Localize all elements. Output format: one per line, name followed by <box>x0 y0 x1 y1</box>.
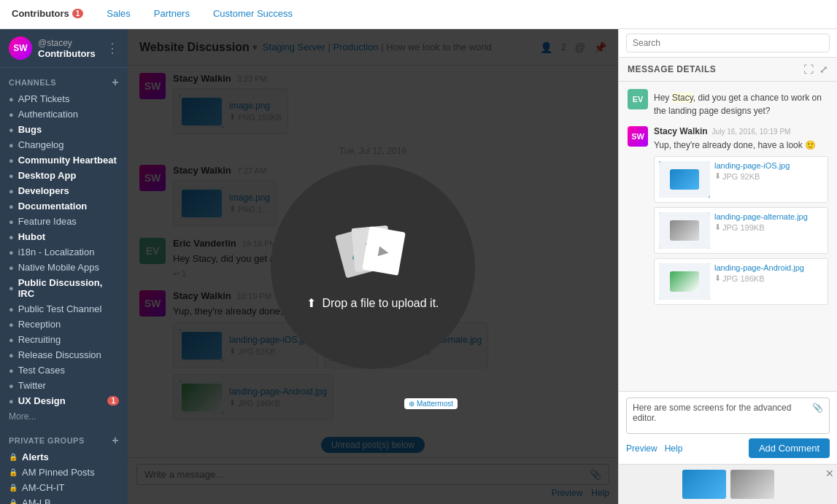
channel-area: Website Discussion ▾ Staging Server | Pr… <box>128 29 618 504</box>
globe-icon: ● <box>9 171 14 180</box>
right-panel-header: MESSAGE DETAILS ⛶ ⤢ <box>619 58 837 82</box>
rp-message-input[interactable]: Here are some screens for the advanced e… <box>626 398 830 434</box>
sidebar-menu-button[interactable]: ⋮ <box>106 40 119 56</box>
sidebar-item-feature-ideas[interactable]: ● Feature Ideas <box>0 214 128 229</box>
sidebar-item-documentation[interactable]: ● Documentation <box>0 198 128 214</box>
sidebar-item-alerts[interactable]: 🔒 Alerts <box>0 449 128 465</box>
globe-icon: ● <box>9 336 14 344</box>
rp-bottom-preview: ✕ <box>619 464 837 504</box>
rp-attachment-name[interactable]: landing-page-Android.jpg <box>714 263 804 272</box>
expand-icon[interactable]: ⛶ <box>803 63 814 75</box>
sidebar-item-release-discussion[interactable]: ● Release Discussion <box>0 347 128 363</box>
tab-contributors[interactable]: Contributors 1 <box>0 0 95 28</box>
channels-more-link[interactable]: More... <box>0 408 128 424</box>
rp-attachments: landing-page-iOS.jpg ⬇JPG 92KB <box>654 156 828 305</box>
avatar: EV <box>628 89 648 109</box>
sidebar-item-reception[interactable]: ● Reception <box>0 317 128 332</box>
sidebar-item-hubot[interactable]: ● Hubot <box>0 229 128 244</box>
sidebar-item-authentication[interactable]: ● Authentication <box>0 106 128 122</box>
rp-attachment-thumbnail <box>659 161 710 198</box>
search-input[interactable] <box>626 34 830 53</box>
add-comment-button[interactable]: Add Comment <box>749 438 830 458</box>
rp-help-link[interactable]: Help <box>665 443 683 454</box>
shrink-icon[interactable]: ⤢ <box>819 63 828 75</box>
sidebar: SW @stacey Contributors ⋮ CHANNELS + ● A… <box>0 29 128 504</box>
sidebar-item-public-test[interactable]: ● Public Test Channel <box>0 301 128 317</box>
rp-attachment-item: landing-page-alternate.jpg ⬇JPG 199KB <box>654 207 828 254</box>
globe-icon: ● <box>9 397 14 406</box>
globe-icon: ● <box>9 125 14 134</box>
contributors-badge: 1 <box>72 9 84 18</box>
sidebar-item-apr-tickets[interactable]: ● APR Tickets <box>0 91 128 106</box>
sidebar-user-section: SW @stacey Contributors ⋮ <box>0 29 128 68</box>
private-groups-header: PRIVATE GROUPS + <box>0 432 128 449</box>
lock-icon: 🔒 <box>9 499 18 504</box>
sidebar-item-ux-design[interactable]: ● UX Design 1 <box>0 393 128 408</box>
drop-files-icon: 🔊 🖼 ▶ <box>340 223 406 282</box>
tab-customer-success[interactable]: Customer Success <box>201 0 304 28</box>
rp-attachment-item: landing-page-Android.jpg ⬇JPG 186KB <box>654 258 828 305</box>
add-channel-button[interactable]: + <box>112 77 119 88</box>
preview-thumb-1 <box>682 470 726 499</box>
globe-icon: ● <box>9 284 14 292</box>
sidebar-item-twitter[interactable]: ● Twitter <box>0 378 128 393</box>
right-panel-icons: ⛶ ⤢ <box>803 63 828 75</box>
private-groups-section: PRIVATE GROUPS + 🔒 Alerts 🔒 AM Pinned Po… <box>0 426 128 504</box>
channels-header: CHANNELS + <box>0 74 128 91</box>
rp-attachment-name[interactable]: landing-page-alternate.jpg <box>714 212 808 221</box>
tab-contributors-label: Contributors <box>12 8 69 19</box>
avatar: SW <box>628 126 648 147</box>
rp-attachment-name[interactable]: landing-page-iOS.jpg <box>714 161 790 170</box>
sidebar-item-test-cases[interactable]: ● Test Cases <box>0 363 128 378</box>
mattermost-badge: ⊕Mattermost <box>404 398 458 409</box>
upload-icon: ⬆ <box>306 296 316 310</box>
sidebar-item-am-lb[interactable]: 🔒 AM-LB <box>0 495 128 504</box>
sidebar-item-am-ch-it[interactable]: 🔒 AM-CH-IT <box>0 480 128 495</box>
sidebar-item-am-pinned-posts[interactable]: 🔒 AM Pinned Posts <box>0 465 128 480</box>
globe-icon: ● <box>9 320 14 329</box>
rp-attachment-size: ⬇JPG 199KB <box>714 222 808 232</box>
file-icon-front: ▶ <box>362 226 406 276</box>
globe-icon: ● <box>9 141 14 150</box>
globe-icon: ● <box>9 248 14 257</box>
sidebar-team: Contributors <box>38 48 106 59</box>
rp-preview-link[interactable]: Preview <box>626 443 657 454</box>
sidebar-item-developers[interactable]: ● Developers <box>0 183 128 198</box>
sidebar-item-changelog[interactable]: ● Changelog <box>0 137 128 152</box>
sidebar-item-i18n[interactable]: ● i18n - Localization <box>0 244 128 260</box>
globe-icon: ● <box>9 233 14 241</box>
rp-attachment-item: landing-page-iOS.jpg ⬇JPG 92KB <box>654 156 828 203</box>
tab-sales[interactable]: Sales <box>95 0 142 28</box>
add-private-group-button[interactable]: + <box>112 435 119 446</box>
rp-message-text: Yup, they're already done, have a look 🙂 <box>654 139 828 152</box>
sidebar-item-recruiting[interactable]: ● Recruiting <box>0 332 128 347</box>
rp-message: EV Hey Stacy, did you get a chance to wo… <box>628 89 828 117</box>
rp-attachment-icon[interactable]: 📎 <box>812 403 823 413</box>
drop-circle: 🔊 🖼 ▶ ⬆ Drop a file to upload it. <box>271 165 475 369</box>
top-navigation: Contributors 1 Sales Partners Customer S… <box>0 0 837 29</box>
globe-icon: ● <box>9 187 14 195</box>
avatar: SW <box>9 36 32 60</box>
lock-icon: 🔒 <box>9 453 18 461</box>
tab-partners[interactable]: Partners <box>142 0 201 28</box>
globe-icon: ● <box>9 95 14 104</box>
sidebar-item-desktop-app[interactable]: ● Desktop App <box>0 168 128 183</box>
sidebar-item-bugs[interactable]: ● Bugs <box>0 122 128 137</box>
rp-reply-message: SW Stacy Walkin July 16, 2016, 10:19 PM … <box>628 126 828 305</box>
drop-overlay: 🔊 🖼 ▶ ⬆ Drop a file to upload it. <box>128 29 618 504</box>
globe-icon: ● <box>9 110 14 119</box>
globe-icon: ● <box>9 381 14 390</box>
globe-icon: ● <box>9 217 14 226</box>
rp-preview-close[interactable]: ✕ <box>825 468 834 479</box>
sidebar-handle: @stacey <box>38 38 106 48</box>
rp-attachment-size: ⬇JPG 186KB <box>714 274 804 283</box>
rp-attachment-thumbnail <box>659 263 710 300</box>
sidebar-item-public-discussion[interactable]: ● Public Discussion, IRC <box>0 275 128 301</box>
drop-text: ⬆ Drop a file to upload it. <box>306 296 439 310</box>
globe-icon: ● <box>9 366 14 375</box>
sidebar-item-community-heartbeat[interactable]: ● Community Heartbeat <box>0 152 128 168</box>
right-panel: MESSAGE DETAILS ⛶ ⤢ EV Hey Stacy, did yo… <box>618 29 837 504</box>
rp-input-footer: Preview Help Add Comment <box>626 438 830 458</box>
sidebar-item-native-mobile[interactable]: ● Native Mobile Apps <box>0 260 128 275</box>
rp-input-area: Here are some screens for the advanced e… <box>619 391 837 464</box>
